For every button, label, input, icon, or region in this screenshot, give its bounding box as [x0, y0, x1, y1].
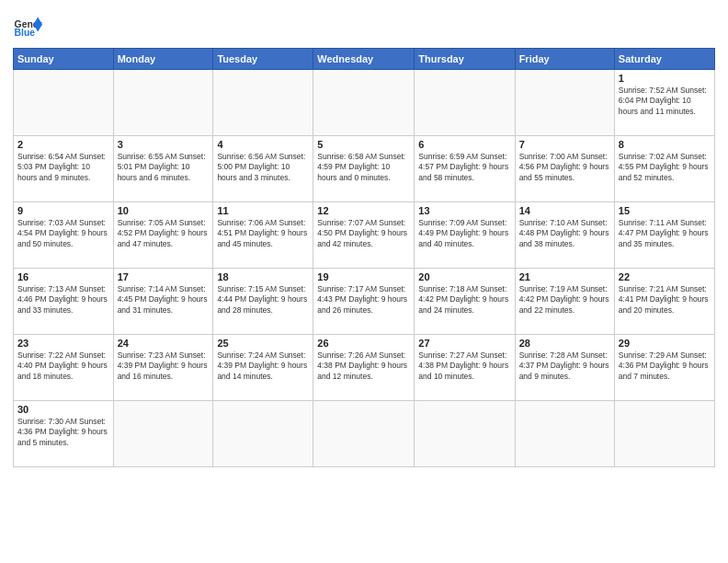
day-number: 27 [418, 338, 510, 349]
calendar-cell [113, 401, 213, 467]
calendar-cell: 11Sunrise: 7:06 AM Sunset: 4:51 PM Dayli… [213, 202, 313, 269]
calendar-cell: 13Sunrise: 7:09 AM Sunset: 4:49 PM Dayli… [415, 202, 515, 269]
day-info: Sunrise: 7:29 AM Sunset: 4:36 PM Dayligh… [619, 350, 711, 382]
week-row-3: 9Sunrise: 7:03 AM Sunset: 4:54 PM Daylig… [14, 202, 715, 269]
day-info: Sunrise: 7:28 AM Sunset: 4:37 PM Dayligh… [519, 350, 610, 382]
col-saturday: Saturday [614, 49, 714, 70]
calendar-cell: 5Sunrise: 6:58 AM Sunset: 4:59 PM Daylig… [313, 136, 415, 202]
calendar-cell [213, 70, 313, 136]
col-monday: Monday [113, 49, 213, 70]
calendar-cell: 9Sunrise: 7:03 AM Sunset: 4:54 PM Daylig… [14, 202, 114, 269]
calendar-cell: 30Sunrise: 7:30 AM Sunset: 4:36 PM Dayli… [14, 401, 114, 467]
day-info: Sunrise: 7:15 AM Sunset: 4:44 PM Dayligh… [217, 284, 309, 316]
day-info: Sunrise: 7:13 AM Sunset: 4:46 PM Dayligh… [17, 284, 109, 316]
day-number: 10 [118, 205, 210, 216]
col-friday: Friday [515, 49, 614, 70]
calendar-cell: 1Sunrise: 7:52 AM Sunset: 6:04 PM Daylig… [614, 70, 714, 136]
day-info: Sunrise: 6:55 AM Sunset: 5:01 PM Dayligh… [118, 152, 210, 183]
day-info: Sunrise: 7:30 AM Sunset: 4:36 PM Dayligh… [17, 417, 109, 448]
day-info: Sunrise: 7:05 AM Sunset: 4:52 PM Dayligh… [118, 218, 210, 249]
day-number: 14 [519, 205, 610, 216]
week-row-4: 16Sunrise: 7:13 AM Sunset: 4:46 PM Dayli… [14, 269, 715, 335]
calendar-cell: 23Sunrise: 7:22 AM Sunset: 4:40 PM Dayli… [14, 335, 114, 401]
col-sunday: Sunday [14, 49, 114, 70]
day-number: 1 [619, 73, 711, 84]
calendar-cell [515, 70, 614, 136]
svg-text:Blue: Blue [15, 28, 36, 38]
day-number: 25 [217, 338, 309, 349]
calendar-header-row: Sunday Monday Tuesday Wednesday Thursday… [14, 49, 715, 70]
calendar-cell: 25Sunrise: 7:24 AM Sunset: 4:39 PM Dayli… [213, 335, 313, 401]
day-info: Sunrise: 6:56 AM Sunset: 5:00 PM Dayligh… [217, 152, 309, 183]
calendar-cell: 12Sunrise: 7:07 AM Sunset: 4:50 PM Dayli… [313, 202, 415, 269]
day-number: 5 [317, 139, 410, 150]
calendar-cell: 18Sunrise: 7:15 AM Sunset: 4:44 PM Dayli… [213, 269, 313, 335]
day-number: 16 [17, 271, 109, 282]
day-number: 4 [217, 139, 309, 150]
calendar-cell: 21Sunrise: 7:19 AM Sunset: 4:42 PM Dayli… [515, 269, 614, 335]
calendar-cell [415, 401, 515, 467]
day-number: 26 [317, 338, 410, 349]
calendar-cell: 29Sunrise: 7:29 AM Sunset: 4:36 PM Dayli… [614, 335, 714, 401]
day-number: 29 [619, 338, 711, 349]
day-number: 19 [317, 271, 410, 282]
calendar-cell: 14Sunrise: 7:10 AM Sunset: 4:48 PM Dayli… [515, 202, 614, 269]
day-number: 9 [17, 205, 109, 216]
day-number: 12 [317, 205, 410, 216]
logo-icon: General Blue [13, 11, 42, 40]
col-wednesday: Wednesday [313, 49, 415, 70]
col-thursday: Thursday [415, 49, 515, 70]
day-info: Sunrise: 7:03 AM Sunset: 4:54 PM Dayligh… [17, 218, 109, 249]
day-number: 18 [217, 271, 309, 282]
day-info: Sunrise: 7:00 AM Sunset: 4:56 PM Dayligh… [519, 152, 610, 183]
week-row-2: 2Sunrise: 6:54 AM Sunset: 5:03 PM Daylig… [14, 136, 715, 202]
calendar-cell: 28Sunrise: 7:28 AM Sunset: 4:37 PM Dayli… [515, 335, 614, 401]
day-info: Sunrise: 7:18 AM Sunset: 4:42 PM Dayligh… [418, 284, 510, 316]
day-info: Sunrise: 7:26 AM Sunset: 4:38 PM Dayligh… [317, 350, 410, 382]
day-info: Sunrise: 7:17 AM Sunset: 4:43 PM Dayligh… [317, 284, 410, 316]
day-number: 13 [418, 205, 510, 216]
calendar-cell: 8Sunrise: 7:02 AM Sunset: 4:55 PM Daylig… [614, 136, 714, 202]
calendar-cell: 15Sunrise: 7:11 AM Sunset: 4:47 PM Dayli… [614, 202, 714, 269]
calendar-table: Sunday Monday Tuesday Wednesday Thursday… [13, 48, 715, 467]
week-row-6: 30Sunrise: 7:30 AM Sunset: 4:36 PM Dayli… [14, 401, 715, 467]
calendar-cell: 17Sunrise: 7:14 AM Sunset: 4:45 PM Dayli… [113, 269, 213, 335]
day-number: 7 [519, 139, 610, 150]
day-info: Sunrise: 7:21 AM Sunset: 4:41 PM Dayligh… [619, 284, 711, 316]
calendar-cell: 16Sunrise: 7:13 AM Sunset: 4:46 PM Dayli… [14, 269, 114, 335]
day-number: 21 [519, 271, 610, 282]
day-number: 30 [17, 404, 109, 415]
calendar-cell: 24Sunrise: 7:23 AM Sunset: 4:39 PM Dayli… [113, 335, 213, 401]
day-info: Sunrise: 6:59 AM Sunset: 4:57 PM Dayligh… [418, 152, 510, 183]
day-number: 24 [118, 338, 210, 349]
calendar-cell: 2Sunrise: 6:54 AM Sunset: 5:03 PM Daylig… [14, 136, 114, 202]
calendar-cell: 10Sunrise: 7:05 AM Sunset: 4:52 PM Dayli… [113, 202, 213, 269]
logo: General Blue [13, 11, 46, 40]
day-info: Sunrise: 7:19 AM Sunset: 4:42 PM Dayligh… [519, 284, 610, 316]
calendar-cell: 4Sunrise: 6:56 AM Sunset: 5:00 PM Daylig… [213, 136, 313, 202]
calendar-cell [614, 401, 714, 467]
calendar-cell: 20Sunrise: 7:18 AM Sunset: 4:42 PM Dayli… [415, 269, 515, 335]
day-number: 8 [619, 139, 711, 150]
calendar-cell [313, 401, 415, 467]
day-number: 6 [418, 139, 510, 150]
day-info: Sunrise: 7:09 AM Sunset: 4:49 PM Dayligh… [418, 218, 510, 249]
day-number: 11 [217, 205, 309, 216]
day-number: 23 [17, 338, 109, 349]
calendar-cell: 6Sunrise: 6:59 AM Sunset: 4:57 PM Daylig… [415, 136, 515, 202]
calendar-cell [515, 401, 614, 467]
calendar-cell [113, 70, 213, 136]
calendar-cell: 27Sunrise: 7:27 AM Sunset: 4:38 PM Dayli… [415, 335, 515, 401]
day-number: 3 [118, 139, 210, 150]
week-row-1: 1Sunrise: 7:52 AM Sunset: 6:04 PM Daylig… [14, 70, 715, 136]
calendar-cell: 3Sunrise: 6:55 AM Sunset: 5:01 PM Daylig… [113, 136, 213, 202]
calendar-cell [14, 70, 114, 136]
day-info: Sunrise: 7:06 AM Sunset: 4:51 PM Dayligh… [217, 218, 309, 249]
calendar-cell: 19Sunrise: 7:17 AM Sunset: 4:43 PM Dayli… [313, 269, 415, 335]
day-number: 22 [619, 271, 711, 282]
day-info: Sunrise: 7:22 AM Sunset: 4:40 PM Dayligh… [17, 350, 109, 382]
day-info: Sunrise: 7:10 AM Sunset: 4:48 PM Dayligh… [519, 218, 610, 249]
day-number: 20 [418, 271, 510, 282]
calendar-cell [415, 70, 515, 136]
day-info: Sunrise: 7:02 AM Sunset: 4:55 PM Dayligh… [619, 152, 711, 183]
